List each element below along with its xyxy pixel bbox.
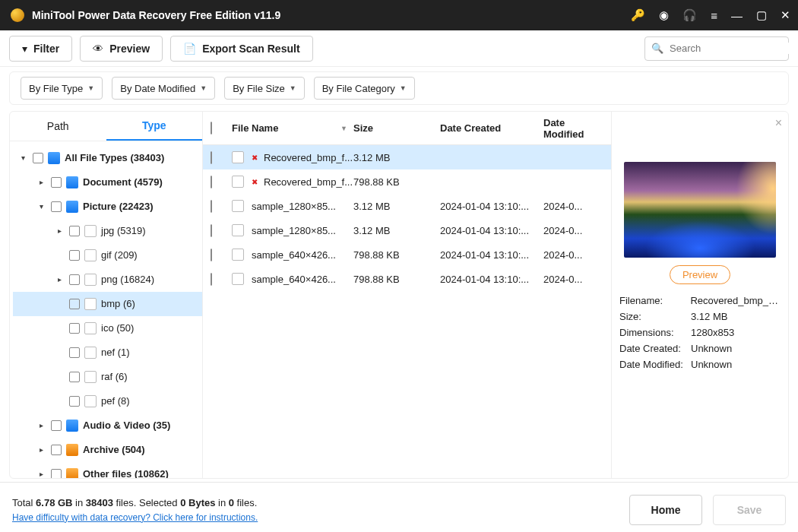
node-nef[interactable]: nef (1) xyxy=(13,340,202,365)
chevron-down-icon: ▼ xyxy=(200,84,207,92)
table-row[interactable]: ✖Recovered_bmp_f...3.12 MB xyxy=(203,145,611,169)
tab-type[interactable]: Type xyxy=(106,112,203,141)
upgrade-key-icon[interactable]: 🔑 xyxy=(631,8,645,22)
file-name: Recovered_bmp_f... xyxy=(264,176,353,188)
preview-button[interactable]: 👁Preview xyxy=(80,36,163,62)
save-button[interactable]: Save xyxy=(713,495,786,525)
table-header: File Name▼ Size Date Created Date Modifi… xyxy=(203,112,611,145)
chevron-right-icon: ▸ xyxy=(36,445,46,454)
checkbox[interactable] xyxy=(51,445,62,455)
checkbox[interactable] xyxy=(69,323,80,334)
deleted-badge-icon: ✖ xyxy=(252,178,258,186)
node-other[interactable]: ▸Other files (10862) xyxy=(13,462,202,478)
meta-dm-label: Date Modified: xyxy=(619,359,691,370)
col-date-modified[interactable]: Date Modified xyxy=(543,117,603,140)
checkbox[interactable] xyxy=(69,274,80,285)
meta-filename-label: Filename: xyxy=(619,295,690,306)
menu-icon[interactable]: ≡ xyxy=(711,9,717,22)
meta-dim-value: 1280x853 xyxy=(691,327,734,338)
table-row[interactable]: sample_640×426...798.88 KB2024-01-04 13:… xyxy=(203,267,611,291)
export-button[interactable]: 📄Export Scan Result xyxy=(170,36,312,62)
checkbox[interactable] xyxy=(51,201,62,212)
chevron-down-icon: ▼ xyxy=(87,84,94,92)
file-icon xyxy=(232,249,244,261)
node-jpg[interactable]: ▸jpg (5319) xyxy=(13,219,202,243)
table-row[interactable]: sample_1280×85...3.12 MB2024-01-04 13:10… xyxy=(203,194,611,218)
checkbox[interactable] xyxy=(69,299,80,309)
col-size[interactable]: Size xyxy=(353,122,440,134)
chevron-right-icon: ▸ xyxy=(36,421,46,429)
checkbox[interactable] xyxy=(69,226,80,236)
node-png[interactable]: ▸png (16824) xyxy=(13,268,202,292)
footer-stats: Total 6.78 GB in 38403 files. Selected 0… xyxy=(12,497,258,508)
checkbox[interactable] xyxy=(33,153,43,163)
file-icon xyxy=(84,371,97,383)
chevron-right-icon: ▸ xyxy=(36,178,46,186)
search-box[interactable]: 🔍 xyxy=(644,36,789,61)
tab-path[interactable]: Path xyxy=(10,112,106,141)
checkbox[interactable] xyxy=(69,372,80,382)
col-date-created[interactable]: Date Created xyxy=(440,122,543,134)
maximize-icon[interactable]: ▢ xyxy=(756,8,767,22)
node-bmp[interactable]: bmp (6) xyxy=(13,292,202,316)
minimize-icon[interactable]: — xyxy=(731,9,743,22)
file-icon xyxy=(232,224,244,236)
checkbox[interactable] xyxy=(69,347,80,358)
checkbox[interactable] xyxy=(69,250,80,261)
node-pef[interactable]: pef (8) xyxy=(13,389,202,413)
chevron-right-icon: ▸ xyxy=(54,226,65,235)
file-icon xyxy=(232,176,244,188)
dd-date-modified[interactable]: By Date Modified▼ xyxy=(112,77,215,100)
row-checkbox[interactable] xyxy=(211,151,212,164)
app-logo-icon xyxy=(11,8,24,22)
search-input[interactable] xyxy=(670,43,797,54)
node-gif[interactable]: gif (209) xyxy=(13,243,202,268)
file-icon xyxy=(84,322,97,334)
row-checkbox[interactable] xyxy=(211,176,212,188)
close-icon[interactable]: ✕ xyxy=(781,8,790,22)
select-all-checkbox[interactable] xyxy=(211,122,212,135)
close-preview-icon[interactable]: × xyxy=(775,116,782,130)
checkbox[interactable] xyxy=(69,396,80,407)
col-filename[interactable]: File Name▼ xyxy=(232,122,353,134)
node-av[interactable]: ▸Audio & Video (35) xyxy=(13,413,202,438)
dd-file-type[interactable]: By File Type▼ xyxy=(21,77,103,100)
file-size: 798.88 KB xyxy=(353,176,440,188)
node-raf[interactable]: raf (6) xyxy=(13,365,202,389)
node-all-types[interactable]: ▾All File Types (38403) xyxy=(13,146,202,170)
node-ico[interactable]: ico (50) xyxy=(13,316,202,340)
file-icon xyxy=(84,225,97,237)
home-button[interactable]: Home xyxy=(629,495,702,525)
checkbox[interactable] xyxy=(51,420,62,431)
file-date-created: 2024-01-04 13:10:... xyxy=(440,274,543,285)
checkbox[interactable] xyxy=(51,469,62,478)
row-checkbox[interactable] xyxy=(211,224,212,237)
table-row[interactable]: sample_1280×85...3.12 MB2024-01-04 13:10… xyxy=(203,218,611,242)
node-picture[interactable]: ▾Picture (22423) xyxy=(13,195,202,219)
main-toolbar: ▾Filter 👁Preview 📄Export Scan Result 🔍 xyxy=(0,30,798,67)
file-date-modified: 2024-0... xyxy=(543,225,603,236)
preview-expand-button[interactable]: Preview xyxy=(670,265,730,284)
table-row[interactable]: ✖Recovered_bmp_f...798.88 KB xyxy=(203,169,611,194)
node-document[interactable]: ▸Document (4579) xyxy=(13,170,202,195)
deleted-badge-icon: ✖ xyxy=(252,154,258,162)
filter-button[interactable]: ▾Filter xyxy=(9,36,72,62)
help-link[interactable]: Have difficulty with data recovery? Clic… xyxy=(12,512,258,523)
dd-file-size[interactable]: By File Size▼ xyxy=(224,77,305,100)
file-icon xyxy=(84,298,97,310)
dd-file-category[interactable]: By File Category▼ xyxy=(314,77,415,100)
table-row[interactable]: sample_640×426...798.88 KB2024-01-04 13:… xyxy=(203,242,611,267)
chevron-down-icon: ▼ xyxy=(290,84,296,92)
row-checkbox[interactable] xyxy=(211,200,212,213)
checkbox[interactable] xyxy=(51,177,62,188)
globe-icon[interactable]: ◉ xyxy=(659,8,669,22)
row-checkbox[interactable] xyxy=(211,249,212,261)
title-bar: MiniTool Power Data Recovery Free Editio… xyxy=(0,0,798,30)
file-icon xyxy=(84,274,97,286)
headset-icon[interactable]: 🎧 xyxy=(682,8,697,22)
row-checkbox[interactable] xyxy=(211,273,212,286)
node-archive[interactable]: ▸Archive (504) xyxy=(13,438,202,462)
preview-metadata: Filename:Recovered_bmp_file Size:3.12 MB… xyxy=(619,295,781,370)
preview-panel: × Preview Filename:Recovered_bmp_file Si… xyxy=(612,112,788,478)
file-date-created: 2024-01-04 13:10:... xyxy=(440,201,543,212)
